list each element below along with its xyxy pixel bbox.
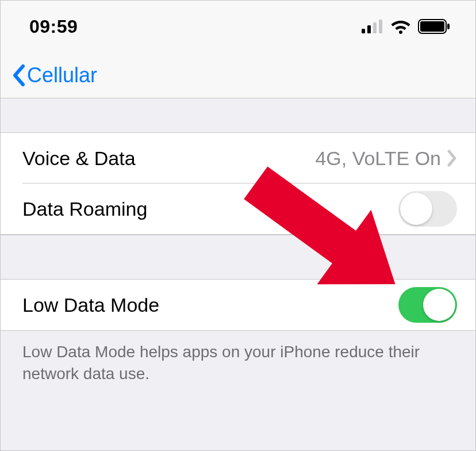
low-data-group: Low Data Mode: [1, 280, 475, 331]
svg-rect-6: [420, 21, 444, 32]
data-roaming-label: Data Roaming: [22, 198, 147, 220]
voice-data-label: Voice & Data: [22, 147, 136, 170]
low-data-mode-row: Low Data Mode: [1, 280, 475, 330]
status-time: 09:59: [29, 16, 78, 37]
svg-rect-7: [447, 24, 450, 29]
data-roaming-toggle[interactable]: [398, 191, 457, 227]
svg-point-4: [399, 30, 402, 34]
section-footer-text: Low Data Mode helps apps on your iPhone …: [1, 331, 475, 395]
navigation-bar: Cellular: [1, 52, 475, 98]
battery-icon: [418, 19, 450, 34]
chevron-right-icon: [447, 150, 457, 167]
status-bar: 09:59: [1, 1, 475, 52]
section-gap: [1, 235, 475, 280]
voice-data-value: 4G, VoLTE On: [315, 147, 441, 170]
back-button[interactable]: Cellular: [11, 63, 97, 87]
data-roaming-row: Data Roaming: [1, 184, 475, 234]
back-label: Cellular: [27, 63, 97, 87]
svg-rect-2: [373, 22, 377, 33]
low-data-mode-toggle[interactable]: [398, 287, 457, 323]
status-icons-group: [362, 19, 450, 34]
toggle-knob: [400, 193, 432, 225]
voice-data-row[interactable]: Voice & Data 4G, VoLTE On: [1, 133, 475, 184]
svg-rect-3: [379, 20, 382, 33]
low-data-mode-label: Low Data Mode: [22, 294, 159, 316]
chevron-left-icon: [11, 64, 26, 87]
section-gap: [1, 98, 475, 133]
svg-rect-1: [367, 25, 371, 33]
cellular-signal-icon: [362, 20, 383, 33]
cellular-settings-group: Voice & Data 4G, VoLTE On Data Roaming: [1, 133, 475, 235]
svg-rect-0: [362, 29, 365, 33]
wifi-icon: [390, 19, 411, 34]
toggle-knob: [423, 289, 455, 321]
